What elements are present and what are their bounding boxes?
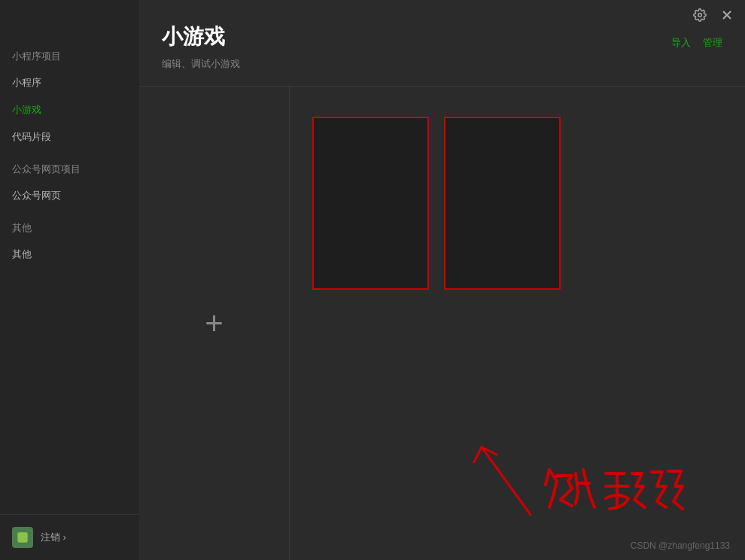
sidebar-footer: 注销 › [0,514,139,560]
svg-point-0 [698,14,702,17]
main-content: 小游戏 编辑、调试小游戏 导入 管理 + [139,0,745,560]
settings-icon[interactable] [691,6,709,24]
sidebar-item-minigame[interactable]: 小游戏 [0,96,139,123]
sidebar-item-miniprogram[interactable]: 小程序 [0,69,139,96]
add-project-icon: + [205,308,224,339]
project-card-1[interactable] [312,117,429,290]
svg-rect-3 [17,532,27,542]
close-icon[interactable] [718,6,736,24]
page-subtitle: 编辑、调试小游戏 [162,57,722,71]
sidebar-item-code-snippet[interactable]: 代码片段 [0,123,139,151]
sidebar-item-other[interactable]: 其他 [0,241,139,268]
watermark: CSDN @zhangfeng1133 [631,540,730,551]
sidebar: 小程序项目 小程序 小游戏 代码片段 公众号网页项目 公众号网页 其他 其他 注… [0,0,139,560]
manage-button[interactable]: 管理 [703,36,722,50]
project-cards [290,87,745,560]
import-button[interactable]: 导入 [671,36,691,50]
sidebar-section-title-officialaccount: 公众号网页项目 [0,151,139,182]
new-project-panel[interactable]: + [139,87,290,560]
sidebar-section-title-other: 其他 [0,209,139,241]
header-actions: 导入 管理 [671,36,722,50]
project-card-2[interactable] [444,117,561,290]
sidebar-section-title-miniprogram: 小程序项目 [0,38,139,69]
avatar [12,527,33,548]
logout-button[interactable]: 注销 › [41,531,66,544]
top-bar [0,0,745,30]
projects-area: + [139,87,745,560]
sidebar-item-officialaccount[interactable]: 公众号网页 [0,182,139,209]
